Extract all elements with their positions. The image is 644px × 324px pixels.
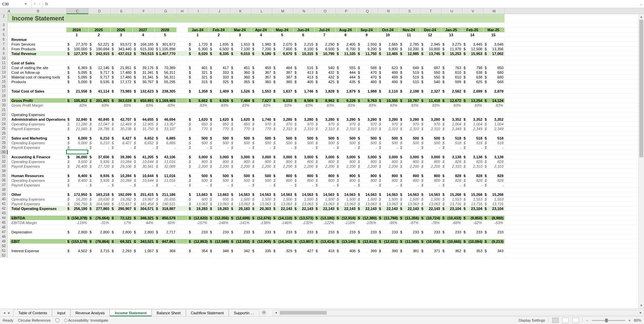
enter-icon[interactable]: ✓ [38,2,41,6]
formula-input[interactable] [50,2,638,6]
fx-icon[interactable]: fx [43,2,50,6]
name-box-input[interactable] [0,2,23,6]
name-box-dropdown-icon[interactable]: ▾ [23,2,28,6]
formula-expand-icon[interactable]: ⌄ [638,2,644,6]
formula-bar-buttons: ✕ ✓ [32,0,43,8]
cancel-icon[interactable]: ✕ [33,2,36,6]
name-box[interactable]: ▾ [0,0,32,8]
formula-bar: ▾ ✕ ✓ fx ⌄ [0,0,644,8]
